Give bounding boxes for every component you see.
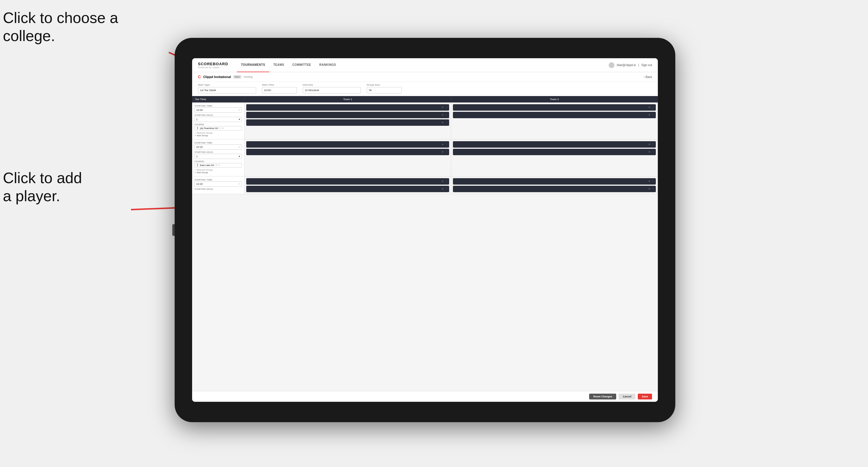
course-label-1: COURSE: [194, 123, 242, 125]
save-button[interactable]: Save [638, 394, 652, 400]
table-header: Tee Time Team 1 Team 2 [192, 96, 658, 102]
col-tee-time: Tee Time [192, 96, 245, 102]
nav-teams[interactable]: TEAMS [269, 58, 288, 72]
schedule-row-3: STARTING TIME: 10:20 ⊙ STARTING HOLE: ✕ … [192, 177, 658, 194]
start-time-label: Start Time [262, 84, 297, 86]
form-controls: Start Type 1st Tee Start ▾ Start Time 10… [192, 82, 658, 96]
main-content[interactable]: STARTING TIME: 10:00 ⊙ STARTING HOLE: 1 … [192, 102, 658, 391]
player-slot[interactable]: ✕ ⋮ [453, 178, 656, 185]
sub-header-left: C Clippd Invitational Men Hosting [198, 74, 253, 79]
tablet-screen: SCOREBOARD Powered by clippd TOURNAMENTS… [192, 58, 658, 402]
player-slot[interactable]: ✕ ⋮ [453, 141, 656, 148]
nav-rankings[interactable]: RANKINGS [315, 58, 340, 72]
col-team2: Team 2 [451, 96, 658, 102]
top-nav: SCOREBOARD Powered by clippd TOURNAMENTS… [192, 58, 658, 72]
logo-sub: Powered by clippd [198, 66, 228, 69]
side-button [172, 224, 175, 236]
team2-panel-1: ✕ ⋮ ✕ ⋮ [451, 102, 658, 139]
remove-group-1[interactable]: ○ Remove Group [194, 132, 242, 134]
course-label-2: COURSE: [194, 160, 242, 162]
back-link[interactable]: ‹ Back [644, 75, 652, 79]
separator: | [638, 63, 639, 67]
player-slot[interactable]: ✕ ⋮ [453, 149, 656, 155]
c-logo: C [198, 74, 201, 79]
team2-panel-3: ✕ ⋮ ✕ ⋮ [451, 177, 658, 194]
starting-hole-label-2: STARTING HOLE: [194, 151, 242, 153]
col-team1: Team 1 [245, 96, 451, 102]
starting-hole-label-1: STARTING HOLE: [194, 114, 242, 116]
schedule-row-1: STARTING TIME: 10:00 ⊙ STARTING HOLE: 1 … [192, 102, 658, 139]
start-type-group: Start Type 1st Tee Start ▾ [198, 84, 256, 93]
starting-time-label-2: STARTING TIME: [194, 142, 242, 144]
player-slot[interactable]: ✕ ⋮ [246, 149, 449, 155]
bottom-bar: Reset Changes Cancel Save [192, 391, 658, 402]
add-group-1[interactable]: + Add Group [194, 134, 242, 137]
player-slot[interactable]: ✕ ⋮ [453, 104, 656, 111]
sign-out-link[interactable]: Sign out [641, 63, 652, 67]
starting-time-input-3[interactable]: 10:20 ⊙ [194, 181, 242, 187]
player-slot[interactable]: ✕ ⋮ [246, 119, 449, 126]
player-slot[interactable]: ✕ ⋮ [246, 104, 449, 111]
group-size-label: Group Size [367, 84, 402, 86]
player-slot[interactable]: ✕ ⋮ [453, 186, 656, 192]
starting-time-input-1[interactable]: 10:00 ⊙ [194, 107, 242, 113]
annotation-choose-college: Click to choose a college. [3, 9, 118, 45]
annotation-add-player: Click to add a player. [3, 169, 82, 205]
team1-panel-3: ✕ ⋮ ✕ ⋮ [245, 177, 451, 194]
player-slot[interactable]: ✕ ⋮ [246, 186, 449, 192]
course-tag-1[interactable]: 🏌 (A) Peachtree GC ✕ ▾ [194, 126, 242, 130]
left-panel-2: STARTING TIME: 10:10 ⊙ STARTING HOLE: 1 … [192, 139, 245, 176]
starting-time-label-3: STARTING TIME: [194, 179, 242, 181]
player-slot[interactable]: ✕ ⋮ [246, 141, 449, 148]
left-panel-3: STARTING TIME: 10:20 ⊙ STARTING HOLE: [192, 177, 245, 194]
group-size-group: Group Size 3 ▾ [367, 84, 402, 93]
starting-hole-label-3: STARTING HOLE: [194, 188, 242, 190]
course-name-1: (A) Peachtree GC [200, 127, 219, 130]
logo-area: SCOREBOARD Powered by clippd [198, 62, 228, 69]
team2-panel-2: ✕ ⋮ ✕ ⋮ [451, 139, 658, 176]
player-slot[interactable]: ✕ ⋮ [246, 178, 449, 185]
starting-time-label-1: STARTING TIME: [194, 105, 242, 107]
reset-button[interactable]: Reset Changes [589, 394, 616, 400]
add-group-2[interactable]: + Add Group [194, 171, 242, 174]
starting-hole-input-1[interactable]: 1 ▾ [194, 117, 242, 122]
start-time-input[interactable]: 10:00 ⊙ [262, 87, 297, 93]
tablet-frame: SCOREBOARD Powered by clippd TOURNAMENTS… [175, 38, 675, 422]
cancel-button[interactable]: Cancel [619, 394, 636, 400]
user-email: blair@clippd.io [617, 63, 636, 67]
course-name-2: East Lake GC [200, 164, 215, 166]
player-slot[interactable]: ✕ ⋮ [453, 112, 656, 118]
team1-panel-1: ✕ ⋮ ✕ ⋮ ✕ ⋮ [245, 102, 451, 139]
intervals-group: Intervals 10 Minutes ▾ [303, 84, 361, 93]
user-avatar [609, 62, 615, 68]
starting-hole-input-2[interactable]: 1 ▾ [194, 154, 242, 159]
group-size-select[interactable]: 3 ▾ [367, 87, 402, 93]
event-name: Clippd Invitational [203, 75, 231, 79]
sub-header: C Clippd Invitational Men Hosting ‹ Back [192, 72, 658, 82]
schedule-row-2: STARTING TIME: 10:10 ⊙ STARTING HOLE: 1 … [192, 139, 658, 177]
remove-group-2[interactable]: ○ Remove Group [194, 168, 242, 171]
starting-time-input-2[interactable]: 10:10 ⊙ [194, 145, 242, 150]
start-type-select[interactable]: 1st Tee Start ▾ [198, 87, 256, 93]
gender-badge: Men [233, 75, 241, 79]
nav-tournaments[interactable]: TOURNAMENTS [237, 58, 269, 72]
intervals-label: Intervals [303, 84, 361, 86]
nav-right: blair@clippd.io | Sign out [609, 62, 652, 68]
player-slot[interactable]: ✕ ⋮ [246, 112, 449, 118]
start-time-group: Start Time 10:00 ⊙ [262, 84, 297, 93]
hosting-badge: Hosting [244, 75, 253, 78]
intervals-select[interactable]: 10 Minutes ▾ [303, 87, 361, 93]
course-tag-2[interactable]: 🏌 East Lake GC ✕ ▾ [194, 163, 242, 167]
nav-committee[interactable]: COMMITTEE [288, 58, 315, 72]
team1-panel-2: ✕ ⋮ ✕ ⋮ [245, 139, 451, 176]
start-type-label: Start Type [198, 84, 256, 86]
logo-text: SCOREBOARD [198, 62, 228, 66]
nav-links: TOURNAMENTS TEAMS COMMITTEE RANKINGS [237, 58, 609, 72]
left-panel-1: STARTING TIME: 10:00 ⊙ STARTING HOLE: 1 … [192, 102, 245, 139]
